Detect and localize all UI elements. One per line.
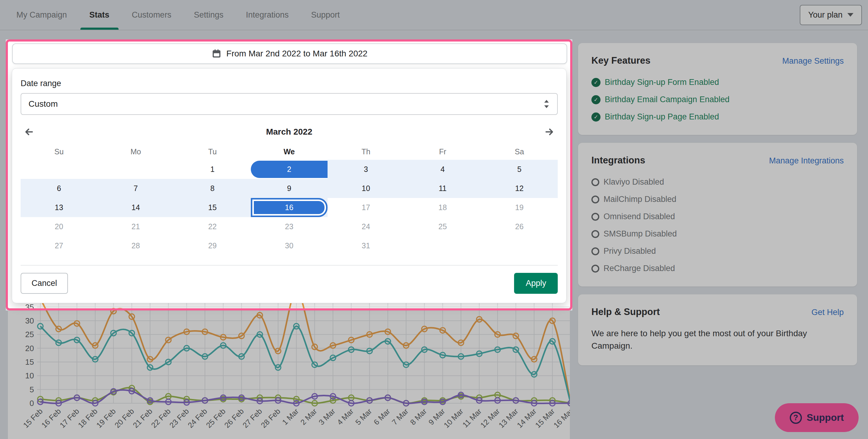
calendar-icon bbox=[212, 49, 221, 59]
day-cell-30: 30 bbox=[251, 236, 328, 255]
date-range-label: Date range bbox=[21, 79, 558, 88]
day-cell-12[interactable]: 12 bbox=[481, 179, 558, 198]
overlay-dim-top bbox=[0, 0, 868, 39]
weekday-tu: Tu bbox=[174, 147, 251, 157]
date-picker-panel: Date range Custom March 2022 SuMoTuWeThF… bbox=[12, 68, 566, 303]
day-cell-3[interactable]: 3 bbox=[328, 160, 404, 179]
range-start-pill: 2 bbox=[251, 161, 328, 178]
day-cell-26: 26 bbox=[481, 217, 558, 236]
calendar-week: 20212223242526 bbox=[21, 217, 558, 236]
day-cell-19: 19 bbox=[481, 198, 558, 217]
weekday-fr: Fr bbox=[404, 147, 481, 157]
picker-footer: Cancel Apply bbox=[21, 265, 558, 303]
day-cell-4[interactable]: 4 bbox=[404, 160, 481, 179]
weekday-th: Th bbox=[328, 147, 404, 157]
select-updown-icon bbox=[543, 99, 550, 108]
overlay-dim-right bbox=[572, 39, 868, 310]
calendar-grid: 1234567891011121314151617181920212223242… bbox=[21, 160, 558, 255]
weekday-su: Su bbox=[21, 147, 97, 157]
weekday-we: We bbox=[251, 147, 328, 157]
day-cell-empty bbox=[21, 160, 97, 179]
cancel-button[interactable]: Cancel bbox=[21, 273, 68, 294]
calendar-week: 6789101112 bbox=[21, 179, 558, 198]
day-cell-empty bbox=[481, 236, 558, 255]
calendar-week: 12345 bbox=[21, 160, 558, 179]
apply-button[interactable]: Apply bbox=[514, 273, 558, 294]
day-cell-8[interactable]: 8 bbox=[174, 179, 251, 198]
weekday-header-row: SuMoTuWeThFrSa bbox=[21, 147, 558, 157]
day-cell-29: 29 bbox=[174, 236, 251, 255]
day-cell-10[interactable]: 10 bbox=[328, 179, 404, 198]
calendar-week: 13141516171819 bbox=[21, 198, 558, 217]
day-cell-empty bbox=[97, 160, 174, 179]
day-cell-11[interactable]: 11 bbox=[404, 179, 481, 198]
day-cell-22: 22 bbox=[174, 217, 251, 236]
date-range-summary-text: From Mar 2nd 2022 to Mar 16th 2022 bbox=[226, 49, 367, 59]
overlay-dim-left bbox=[0, 39, 6, 310]
calendar-month-title: March 2022 bbox=[36, 127, 542, 137]
day-cell-9[interactable]: 9 bbox=[251, 179, 328, 198]
day-cell-15[interactable]: 15 bbox=[174, 198, 251, 217]
day-cell-17: 17 bbox=[328, 198, 404, 217]
date-range-select-value: Custom bbox=[29, 99, 543, 109]
range-end-pill: 16 bbox=[251, 198, 328, 217]
day-cell-31: 31 bbox=[328, 236, 404, 255]
day-cell-1[interactable]: 1 bbox=[174, 160, 251, 179]
day-cell-27: 27 bbox=[21, 236, 97, 255]
weekday-sa: Sa bbox=[481, 147, 558, 157]
date-range-summary-bar[interactable]: From Mar 2nd 2022 to Mar 16th 2022 bbox=[12, 43, 567, 64]
day-cell-6[interactable]: 6 bbox=[21, 179, 97, 198]
day-cell-28: 28 bbox=[97, 236, 174, 255]
day-cell-empty bbox=[404, 236, 481, 255]
overlay-dim-bottom bbox=[0, 310, 868, 439]
day-cell-21: 21 bbox=[97, 217, 174, 236]
day-cell-7[interactable]: 7 bbox=[97, 179, 174, 198]
day-cell-14[interactable]: 14 bbox=[97, 198, 174, 217]
date-range-select[interactable]: Custom bbox=[21, 93, 558, 115]
day-cell-20: 20 bbox=[21, 217, 97, 236]
calendar-header: March 2022 bbox=[21, 125, 558, 138]
day-cell-18: 18 bbox=[404, 198, 481, 217]
day-cell-16[interactable]: 16 bbox=[251, 198, 328, 217]
day-cell-5[interactable]: 5 bbox=[481, 160, 558, 179]
prev-month-arrow-icon[interactable] bbox=[23, 125, 36, 138]
day-cell-13[interactable]: 13 bbox=[21, 198, 97, 217]
day-cell-25: 25 bbox=[404, 217, 481, 236]
day-cell-24: 24 bbox=[328, 217, 404, 236]
calendar-week: 2728293031 bbox=[21, 236, 558, 255]
day-cell-2[interactable]: 2 bbox=[251, 160, 328, 179]
day-cell-23: 23 bbox=[251, 217, 328, 236]
next-month-arrow-icon[interactable] bbox=[542, 125, 556, 138]
weekday-mo: Mo bbox=[97, 147, 174, 157]
